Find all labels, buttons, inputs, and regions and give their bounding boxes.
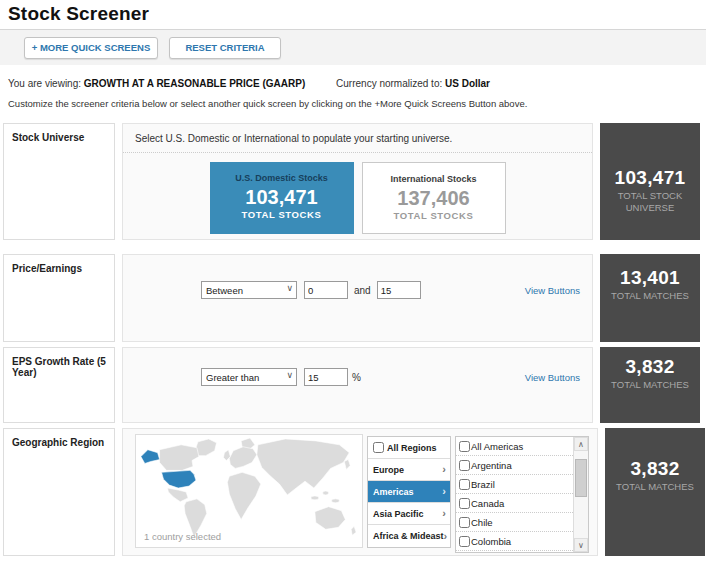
pe-total-matches-panel: 13,401 TOTAL MATCHES: [600, 254, 700, 342]
customize-instructions: Customize the screener criteria below or…: [8, 98, 706, 109]
active-screen-name: GROWTH AT A REASONABLE PRICE (GAARP): [84, 78, 305, 89]
country-item-argentina[interactable]: Argentina: [456, 456, 573, 475]
universe-cards: U.S. Domestic Stocks 103,471 TOTAL STOCK…: [123, 153, 592, 234]
geographic-region-label: Geographic Region: [3, 428, 115, 556]
region-label: Asia Pacific: [373, 509, 424, 519]
eps-growth-row: EPS Growth Rate (5 Year) Greater than ∨ …: [3, 347, 700, 423]
country-panel: All AmericasArgentinaBrazilCanadaChileCo…: [455, 436, 589, 553]
eps-operator-select[interactable]: Greater than: [201, 368, 297, 386]
region-label: Africa & Mideast: [373, 531, 444, 541]
country-checkbox[interactable]: [459, 479, 470, 490]
country-item-colombia[interactable]: Colombia: [456, 532, 573, 551]
pe-min-input[interactable]: [304, 281, 348, 299]
international-stocks-card[interactable]: International Stocks 137,406 TOTAL STOCK…: [362, 162, 506, 234]
us-domestic-stocks-card[interactable]: U.S. Domestic Stocks 103,471 TOTAL STOCK…: [210, 162, 354, 234]
region-item-americas[interactable]: Americas›: [368, 481, 450, 503]
price-earnings-label: Price/Earnings: [3, 254, 115, 342]
region-item-europe[interactable]: Europe›: [368, 459, 450, 481]
region-item-africa-mideast[interactable]: Africa & Mideast›: [368, 525, 450, 547]
geographic-region-content: 1 country selected All Regions Europe›Am…: [122, 428, 598, 556]
pe-operator-select-wrap: Between ∨: [201, 281, 297, 299]
currency-value: US Dollar: [445, 78, 490, 89]
page-title: Stock Screener: [0, 0, 706, 27]
reset-criteria-button[interactable]: RESET CRITERIA: [169, 37, 281, 59]
map-mexico: [167, 488, 188, 502]
eps-growth-label: EPS Growth Rate (5 Year): [3, 347, 115, 423]
eps-total-matches-value: 3,832: [604, 356, 696, 378]
all-regions-checkbox[interactable]: [373, 442, 384, 453]
map-alaska-selected: [141, 450, 160, 464]
chevron-right-icon: ›: [442, 508, 446, 519]
map-new-zealand: [351, 526, 356, 535]
international-card-caption: TOTAL STOCKS: [363, 210, 505, 221]
country-checkbox[interactable]: [459, 536, 470, 547]
eps-growth-content: Greater than ∨ % View Buttons: [122, 347, 593, 423]
map-indonesia: [311, 496, 319, 500]
map-philippines: [323, 491, 329, 495]
pe-total-matches-caption: TOTAL MATCHES: [604, 290, 696, 302]
viewing-prefix: You are viewing:: [8, 78, 81, 89]
pe-total-matches-value: 13,401: [604, 267, 696, 289]
quick-screens-toolbar: + MORE QUICK SCREENS RESET CRITERIA: [0, 29, 706, 65]
geo-total-matches-value: 3,832: [609, 458, 701, 480]
country-item-canada[interactable]: Canada: [456, 494, 573, 513]
pe-operator-select[interactable]: Between: [201, 281, 297, 299]
price-earnings-row: Price/Earnings Between ∨ and View Button…: [3, 254, 700, 342]
viewing-status: You are viewing: GROWTH AT A REASONABLE …: [8, 78, 706, 89]
stock-universe-row: Stock Universe Select U.S. Domestic or I…: [3, 123, 700, 240]
international-card-title: International Stocks: [363, 174, 505, 184]
country-checkbox[interactable]: [459, 460, 470, 471]
country-label: All Americas: [471, 441, 523, 452]
eps-total-matches-panel: 3,832 TOTAL MATCHES: [600, 347, 700, 423]
pe-and-label: and: [354, 285, 371, 296]
domestic-card-value: 103,471: [210, 186, 354, 209]
country-label: Brazil: [471, 479, 495, 490]
eps-view-buttons-link[interactable]: View Buttons: [525, 372, 580, 383]
domestic-card-title: U.S. Domestic Stocks: [210, 173, 354, 183]
region-item-asia-pacific[interactable]: Asia Pacific›: [368, 503, 450, 525]
country-list: All AmericasArgentinaBrazilCanadaChileCo…: [456, 437, 573, 552]
map-australia: [315, 507, 345, 530]
total-stock-universe-value: 103,471: [604, 167, 696, 189]
country-item-partial[interactable]: [456, 551, 573, 552]
currency-prefix: Currency normalized to:: [336, 78, 442, 89]
map-selection-caption: 1 country selected: [144, 531, 221, 542]
all-regions-label: All Regions: [387, 443, 437, 453]
international-card-value: 137,406: [363, 187, 505, 210]
map-europe: [229, 447, 257, 469]
country-checkbox[interactable]: [459, 498, 470, 509]
pe-view-buttons-link[interactable]: View Buttons: [525, 285, 580, 296]
country-label: Chile: [471, 517, 493, 528]
map-canada: [160, 445, 199, 471]
eps-value-input[interactable]: [304, 368, 348, 386]
criteria-rows: Stock Universe Select U.S. Domestic or I…: [3, 123, 700, 556]
total-stock-universe-panel: 103,471 TOTAL STOCK UNIVERSE: [600, 123, 700, 240]
country-item-all-americas[interactable]: All Americas: [456, 437, 573, 456]
country-label: Argentina: [471, 460, 512, 471]
region-label: Americas: [373, 487, 414, 497]
world-map[interactable]: 1 country selected: [135, 434, 363, 548]
country-checkbox[interactable]: [459, 517, 470, 528]
pe-max-input[interactable]: [377, 281, 421, 299]
total-stock-universe-caption: TOTAL STOCK UNIVERSE: [604, 190, 696, 214]
price-earnings-content: Between ∨ and View Buttons: [122, 254, 593, 342]
country-item-brazil[interactable]: Brazil: [456, 475, 573, 494]
geographic-region-row: Geographic Region: [3, 428, 700, 556]
country-checkbox[interactable]: [459, 441, 470, 452]
map-japan: [344, 460, 350, 470]
scrollbar-thumb[interactable]: [575, 459, 587, 497]
country-label: Colombia: [471, 536, 511, 547]
country-scrollbar[interactable]: ∧ ∨: [573, 437, 588, 552]
stock-universe-label: Stock Universe: [3, 123, 115, 240]
chevron-right-icon: ›: [442, 464, 446, 475]
country-item-chile[interactable]: Chile: [456, 513, 573, 532]
scroll-down-icon[interactable]: ∨: [574, 538, 588, 552]
more-quick-screens-button[interactable]: + MORE QUICK SCREENS: [24, 37, 158, 59]
region-label: Europe: [373, 465, 404, 475]
country-label: Canada: [471, 498, 504, 509]
stock-universe-content: Select U.S. Domestic or International to…: [122, 123, 593, 240]
scrollbar-track[interactable]: [574, 451, 588, 538]
scroll-up-icon[interactable]: ∧: [574, 437, 588, 451]
region-item-all-regions[interactable]: All Regions: [368, 437, 450, 459]
universe-instruction: Select U.S. Domestic or International to…: [123, 124, 592, 153]
